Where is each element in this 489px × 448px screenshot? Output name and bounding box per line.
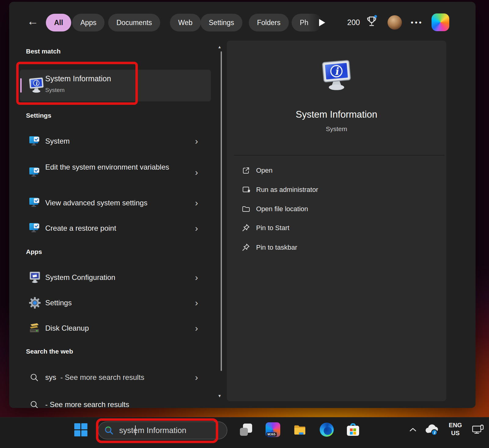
more-options-icon[interactable]: ••• (411, 18, 423, 27)
system-settings-icon (28, 222, 42, 236)
tab-all[interactable]: All (46, 14, 71, 31)
file-explorer-icon (292, 422, 307, 437)
pin-icon (241, 223, 251, 234)
action-open-file-location-label: Open file location (256, 205, 308, 213)
microsoft-store-button[interactable] (345, 422, 361, 438)
result-system-configuration-title: System Configuration (45, 273, 115, 282)
result-edit-env-title: Edit the system environment variables (45, 161, 189, 173)
m365-copilot-button[interactable]: M365 (265, 422, 281, 438)
result-settings-app-title: Settings (45, 299, 72, 307)
web-section-header: Search the web (26, 348, 73, 355)
taskbar-search-box[interactable] (98, 421, 227, 439)
tab-settings[interactable]: Settings (200, 14, 242, 31)
scrollbar-thumb[interactable] (221, 51, 222, 371)
system-settings-icon (28, 135, 42, 149)
rewards-trophy-icon[interactable] (366, 15, 378, 29)
scrollbar-up-arrow[interactable]: ▲ (218, 45, 222, 49)
best-match-title: System Information (45, 74, 111, 83)
tab-photos-clipped[interactable]: Ph (292, 14, 322, 31)
search-input[interactable] (119, 425, 218, 435)
system-settings-icon (28, 166, 42, 181)
tray-expand-chevron[interactable] (409, 427, 417, 433)
chevron-right-icon: › (195, 137, 198, 146)
task-view-button[interactable] (238, 422, 254, 438)
search-icon (30, 373, 39, 383)
best-match-subtitle: System (45, 87, 64, 94)
chevron-right-icon: › (195, 324, 198, 333)
back-arrow-icon[interactable]: ← (27, 15, 39, 27)
detail-title: System Information (227, 109, 446, 120)
tab-documents[interactable]: Documents (108, 14, 160, 31)
scrollbar-down-arrow[interactable]: ▼ (218, 394, 222, 398)
language-line1: ENG (446, 421, 465, 429)
disk-cleanup-icon (28, 321, 42, 336)
system-configuration-icon (28, 271, 42, 285)
chevron-right-icon: › (195, 298, 198, 307)
action-pin-to-start-label: Pin to Start (256, 224, 289, 232)
folder-icon (241, 204, 251, 215)
file-explorer-button[interactable] (292, 422, 308, 438)
best-match-header: Best match (26, 48, 61, 55)
result-system-title: System (45, 137, 70, 145)
result-view-advanced-title: View advanced system settings (45, 199, 147, 207)
copilot-icon[interactable] (432, 13, 449, 31)
chevron-right-icon: › (195, 273, 198, 282)
play-icon[interactable] (319, 19, 325, 26)
detail-subtitle: System (227, 125, 446, 133)
tab-folders[interactable]: Folders (249, 14, 289, 31)
open-icon (241, 166, 251, 176)
system-settings-icon (28, 196, 42, 211)
pin-icon (241, 243, 251, 253)
rewards-points: 200 (347, 18, 360, 27)
onedrive-cloud-icon[interactable]: i (424, 424, 439, 438)
chevron-right-icon: › (195, 168, 198, 177)
language-indicator[interactable]: ENG US (446, 421, 465, 437)
search-magnifier-icon (104, 425, 114, 436)
edge-button[interactable] (319, 422, 335, 438)
result-disk-cleanup-title: Disk Cleanup (45, 324, 89, 332)
action-run-admin-label: Run as administrator (256, 186, 318, 194)
web-query-suffix: - See more search results (60, 373, 144, 381)
web-query: sys (45, 373, 56, 381)
selection-accent-bar (20, 78, 22, 93)
apps-section-header: Apps (26, 248, 42, 255)
system-information-icon: i (28, 77, 45, 95)
settings-gear-icon (28, 296, 42, 311)
action-pin-to-taskbar-label: Pin to taskbar (256, 244, 297, 252)
chevron-right-icon: › (195, 198, 198, 207)
text-caret (135, 425, 136, 435)
tab-apps[interactable]: Apps (72, 14, 105, 31)
m365-copilot-icon: M365 (266, 422, 280, 437)
chevron-right-icon: › (195, 224, 198, 233)
settings-section-header: Settings (26, 112, 51, 119)
result-clipped-partial[interactable]: - See more search results (20, 398, 211, 408)
edge-icon (320, 423, 334, 437)
action-open-label: Open (256, 167, 273, 174)
chevron-right-icon: › (195, 373, 198, 382)
microsoft-store-icon (346, 423, 360, 437)
system-information-large-icon: i (320, 59, 353, 94)
tab-web[interactable]: Web (170, 14, 201, 31)
user-avatar[interactable] (388, 15, 402, 30)
m365-badge: M365 (267, 432, 277, 436)
language-line2: US (446, 429, 465, 437)
start-button[interactable] (73, 422, 89, 438)
display-connection-icon[interactable] (472, 424, 484, 436)
screen: ← All Apps Documents Web Settings Folder… (0, 0, 489, 448)
detail-divider (234, 155, 445, 156)
result-create-restore-title: Create a restore point (45, 224, 116, 233)
run-as-administrator-icon (241, 185, 251, 196)
